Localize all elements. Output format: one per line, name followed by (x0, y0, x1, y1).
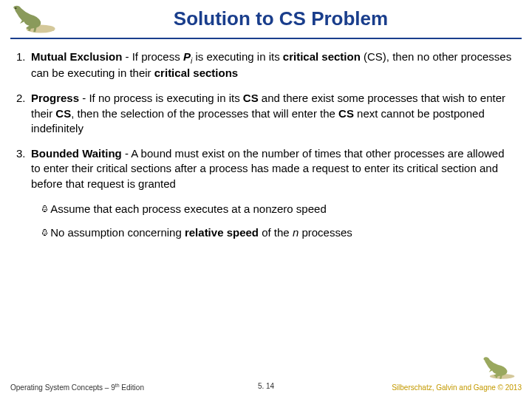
item-body: Bounded Waiting - A bound must exist on … (31, 146, 516, 191)
footer-copyright: Silberschatz, Galvin and Gagne © 2013 (392, 383, 522, 392)
term: Mutual Exclusion (31, 50, 122, 63)
slide-title: Solution to CS Problem (15, 7, 517, 30)
list-item: 1. Mutual Exclusion - If process Pi is e… (16, 50, 516, 81)
sub-item: ߷ No assumption concerning relative spee… (33, 225, 516, 240)
sub-item: ߷ Assume that each process executes at a… (33, 202, 516, 216)
dinosaur-icon (4, 3, 56, 34)
bullet-icon: ߷ (41, 202, 50, 215)
svg-point-1 (16, 7, 17, 9)
slide-footer: Operating System Concepts – 9th Edition … (0, 383, 532, 392)
item-number: 2. (16, 91, 31, 136)
dinosaur-icon (477, 355, 519, 380)
list-item: 2. Progress - If no process is executing… (16, 91, 516, 136)
sub-list: ߷ Assume that each process executes at a… (16, 202, 516, 241)
item-number: 1. (16, 50, 31, 81)
list-item: 3. Bounded Waiting - A bound must exist … (16, 146, 516, 191)
slide-content: 1. Mutual Exclusion - If process Pi is e… (0, 39, 532, 240)
slide-header: Solution to CS Problem (0, 0, 532, 36)
bullet-icon: ߷ (41, 226, 50, 239)
item-number: 3. (16, 146, 31, 191)
term: Progress (31, 92, 79, 104)
footer-page-number: 5. 14 (258, 382, 274, 390)
footer-left: Operating System Concepts – 9th Edition (10, 383, 144, 392)
term: Bounded Waiting (31, 147, 122, 160)
item-body: Mutual Exclusion - If process Pi is exec… (31, 50, 516, 81)
item-body: Progress - If no process is executing in… (31, 91, 516, 136)
